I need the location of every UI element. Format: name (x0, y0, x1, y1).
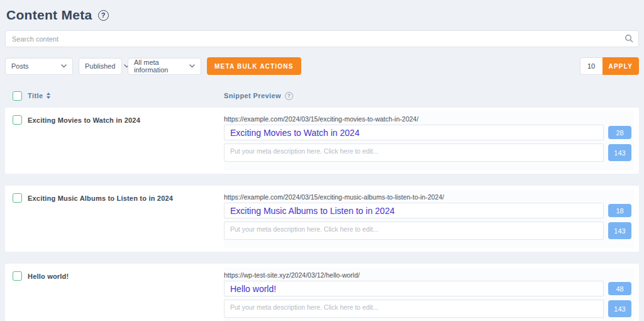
snippet-preview: https://example.com/2024/03/15/exciting-… (224, 189, 634, 248)
row-checkbox[interactable] (13, 115, 22, 125)
description-char-count-badge: 143 (608, 144, 631, 161)
per-page-input[interactable] (580, 57, 602, 75)
apply-button[interactable]: APPLY (602, 57, 639, 75)
meta-title-input[interactable] (224, 281, 604, 296)
snippet-preview: https://example.com/2024/03/15/exciting-… (224, 111, 634, 170)
row-checkbox[interactable] (13, 271, 22, 281)
description-char-count-badge: 143 (608, 222, 631, 239)
snippet-column-header: Snippet Preview ? (224, 92, 631, 100)
meta-title-line: 28 (224, 125, 631, 140)
chevron-down-icon (61, 64, 67, 68)
content-meta-page: Content Meta ? Posts Published All meta (0, 0, 644, 321)
search-icon[interactable] (625, 34, 633, 43)
table-header-top: Title Snippet Preview ? (5, 87, 639, 104)
meta-description-line: 143 (224, 300, 631, 318)
post-title: Exciting Movies to Watch in 2024 (28, 115, 224, 165)
meta-description-input[interactable] (224, 300, 604, 318)
search-input[interactable] (5, 30, 639, 47)
title-char-count-badge: 28 (608, 126, 631, 139)
page-help-icon[interactable]: ? (98, 10, 109, 21)
meta-title-line: 18 (224, 203, 631, 218)
snippet-column-label: Snippet Preview (224, 92, 281, 99)
meta-filter-select[interactable]: All meta information (128, 58, 201, 75)
table-row: Exciting Music Albums to Listen to in 20… (5, 186, 639, 252)
status-select[interactable]: Published (79, 58, 122, 75)
meta-description-line: 143 (224, 222, 631, 240)
post-url: https://example.com/2024/03/15/exciting-… (224, 193, 631, 201)
title-char-count-badge: 18 (608, 204, 631, 217)
snippet-help-icon[interactable]: ? (285, 92, 293, 100)
pagination-controls: APPLY (580, 57, 639, 75)
page-header: Content Meta ? (6, 8, 639, 23)
post-title: Exciting Music Albums to Listen to in 20… (28, 193, 224, 243)
filters-toolbar: Posts Published All meta information MET… (5, 57, 639, 75)
post-title: Hello world! (28, 271, 224, 321)
description-char-count-badge: 143 (608, 300, 631, 317)
meta-bulk-actions-button[interactable]: META BULK ACTIONS (207, 57, 301, 75)
post-type-value: Posts (11, 62, 29, 70)
title-char-count-badge: 48 (608, 282, 631, 295)
meta-filter-value: All meta information (134, 59, 180, 74)
snippet-preview: https://wp-test-site.xyz/2024/03/12/hell… (224, 268, 634, 321)
title-column-label: Title (28, 92, 43, 99)
post-url: https://example.com/2024/03/15/exciting-… (224, 115, 631, 123)
row-checkbox[interactable] (13, 193, 22, 203)
meta-title-line: 48 (224, 281, 631, 296)
search-bar (5, 30, 639, 47)
page-title: Content Meta (6, 8, 92, 23)
table-row: Hello world! https://wp-test-site.xyz/20… (5, 264, 639, 321)
select-all-checkbox[interactable] (13, 91, 22, 101)
sort-icon[interactable] (47, 93, 50, 99)
post-type-select[interactable]: Posts (5, 58, 73, 75)
meta-description-input[interactable] (224, 144, 604, 162)
status-value: Published (85, 62, 115, 70)
meta-title-input[interactable] (224, 125, 604, 140)
chevron-down-icon (189, 64, 195, 68)
title-column-header: Title (28, 92, 224, 99)
post-url: https://wp-test-site.xyz/2024/03/12/hell… (224, 271, 631, 279)
meta-description-input[interactable] (224, 222, 604, 240)
meta-title-input[interactable] (224, 203, 604, 218)
table-row: Exciting Movies to Watch in 2024 https:/… (5, 108, 639, 174)
meta-description-line: 143 (224, 144, 631, 162)
